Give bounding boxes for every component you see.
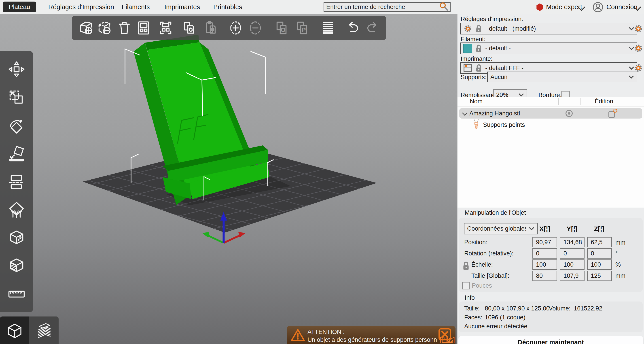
copy-icon[interactable]: [180, 19, 198, 37]
mode-selector[interactable]: Mode expert: [546, 0, 582, 14]
warning-message: Un objet a des générateurs de supports p…: [308, 336, 455, 343]
expand-chevron-icon[interactable]: [462, 110, 468, 116]
rotation-y-field[interactable]: [560, 248, 584, 258]
rotate-icon[interactable]: [7, 116, 26, 135]
edit-settings-icon[interactable]: [607, 109, 618, 120]
viewport-3d[interactable]: O P ATTENTION : Un objet a des générateu: [0, 14, 457, 344]
position-y-field[interactable]: [560, 237, 584, 248]
lock-icon: [475, 24, 482, 33]
supports-select[interactable]: Aucun: [487, 72, 637, 82]
rotation-x-field[interactable]: [532, 248, 557, 258]
lock-icon: [475, 44, 482, 53]
tab-filaments[interactable]: Filaments: [122, 0, 150, 14]
uniform-scale-lock-icon[interactable]: [462, 260, 470, 273]
cut-icon[interactable]: [7, 172, 26, 191]
svg-text:P: P: [302, 26, 306, 33]
print-settings-select[interactable]: - default - (modifié): [460, 23, 637, 34]
slice-now-button[interactable]: Découper maintenant: [458, 336, 643, 344]
position-x-field[interactable]: [532, 237, 557, 248]
scale-z-field[interactable]: [587, 260, 612, 270]
seam-icon[interactable]: [7, 228, 26, 248]
info-volume-label: Volume:: [549, 305, 571, 312]
tab-plateau[interactable]: Plateau: [3, 2, 36, 12]
variable-layer-height-icon[interactable]: [319, 19, 336, 37]
measure-icon[interactable]: [7, 284, 26, 304]
warning-icon: [290, 328, 305, 343]
position-label: Position:: [464, 237, 488, 248]
object-subrow-painted-supports[interactable]: Supports peints: [459, 120, 642, 130]
print-settings-gear-button[interactable]: [633, 24, 644, 34]
column-name: Nom: [470, 98, 482, 105]
column-divider: [640, 98, 640, 105]
position-z-field[interactable]: [587, 237, 612, 248]
inches-checkbox[interactable]: [462, 282, 470, 290]
scale-icon[interactable]: [7, 88, 26, 107]
chevron-down-icon: [628, 75, 634, 79]
rotation-label: Rotation (relative):: [464, 248, 514, 258]
tab-print-settings[interactable]: Réglages d'Impression: [48, 0, 114, 14]
search-input[interactable]: [324, 4, 439, 10]
split-objects-icon[interactable]: O: [273, 19, 291, 37]
axis-header-z: Z[¦]: [588, 225, 610, 232]
object-list: Nom Édition Amazing Hango.stl Supports p…: [458, 97, 644, 208]
coordinates-mode-select[interactable]: Coordonnées globales: [464, 223, 538, 234]
editor-3d-view-icon[interactable]: [0, 316, 29, 344]
split-parts-icon[interactable]: P: [294, 19, 311, 37]
supports-value: Aucun: [490, 74, 626, 80]
warning-notification: ATTENTION : Un objet a des générateurs d…: [287, 326, 456, 344]
info-errors: Aucune erreur détectée: [464, 323, 527, 330]
tab-printables[interactable]: Printables: [213, 0, 242, 14]
coordinates-mode-value: Coordonnées globales: [467, 225, 526, 232]
remove-instance-icon[interactable]: [247, 19, 264, 37]
undo-icon[interactable]: [344, 19, 361, 37]
manipulation-title: Manipulation de l'Objet: [465, 209, 526, 216]
move-icon[interactable]: [7, 60, 26, 79]
size-y-field[interactable]: [560, 271, 584, 281]
search-icon[interactable]: [439, 2, 449, 12]
paint-supports-icon[interactable]: [7, 200, 26, 219]
arrange-bed-icon[interactable]: [157, 19, 175, 37]
right-sidebar: Réglages d'impression: - default - (modi…: [457, 14, 644, 344]
place-on-face-icon[interactable]: [7, 144, 26, 163]
printer-label: Imprimante:: [461, 56, 492, 62]
gear-icon: [463, 24, 472, 33]
svg-text:O: O: [281, 26, 286, 33]
object-row-selected[interactable]: Amazing Hango.stl: [459, 108, 642, 118]
filament-select[interactable]: - default -: [460, 42, 637, 54]
eye-icon[interactable]: [565, 109, 573, 119]
filament-value: - default -: [485, 45, 626, 52]
info-panel: Taille: 80,00 x 107,90 x 125,00 Volume: …: [459, 302, 643, 332]
rotation-z-field[interactable]: [587, 248, 612, 258]
size-x-field[interactable]: [532, 271, 557, 281]
axis-header-y: Y[¦]: [561, 225, 583, 232]
supports-label: Supports:: [461, 74, 486, 81]
chevron-down-icon: [518, 93, 524, 97]
filament-gear-button[interactable]: [633, 43, 644, 54]
arrange-icon[interactable]: [135, 19, 152, 37]
info-facets-label: Faces:: [464, 314, 482, 321]
preview-layers-icon[interactable]: [29, 316, 58, 344]
search-box[interactable]: [324, 2, 450, 12]
scale-unit: %: [616, 261, 621, 268]
login-button[interactable]: Connexion: [606, 0, 638, 14]
size-z-field[interactable]: [587, 271, 612, 281]
printer-value: - default FFF -: [485, 65, 626, 72]
delete-all-icon[interactable]: [116, 19, 133, 37]
rotation-unit: °: [616, 250, 618, 257]
info-facets-value: 1096 (1 coque): [485, 314, 526, 321]
remove-object-icon[interactable]: [96, 19, 113, 37]
multimaterial-paint-icon[interactable]: [7, 256, 26, 275]
print-settings-label: Réglages d'impression:: [461, 16, 523, 22]
top-menu-bar: Plateau Réglages d'Impression Filaments …: [0, 0, 644, 14]
column-divider: [558, 98, 559, 105]
add-instance-icon[interactable]: [227, 19, 244, 37]
add-object-icon[interactable]: [78, 19, 95, 37]
paste-icon[interactable]: [202, 19, 219, 37]
close-icon[interactable]: [438, 328, 451, 340]
scale-y-field[interactable]: [560, 260, 584, 270]
scale-x-field[interactable]: [532, 260, 557, 270]
redo-icon[interactable]: [364, 19, 382, 37]
position-unit: mm: [616, 239, 626, 246]
info-size-label: Taille:: [464, 305, 480, 312]
tab-printers[interactable]: Imprimantes: [164, 0, 200, 14]
